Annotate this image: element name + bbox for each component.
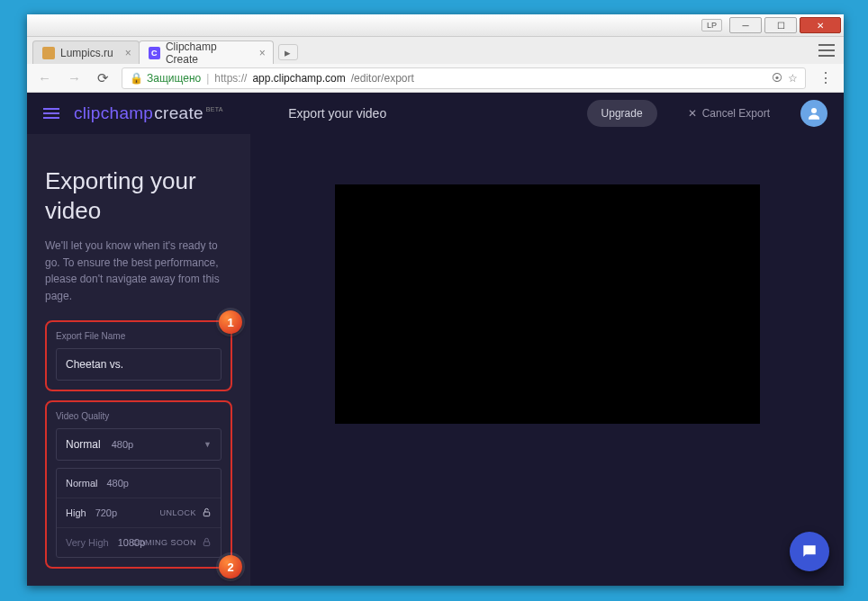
quality-options: Normal 480p High 720p UNLOCK bbox=[56, 468, 222, 558]
chevron-down-icon: ▼ bbox=[203, 440, 212, 449]
reload-button[interactable]: ⟳ bbox=[94, 68, 113, 88]
bookmark-icon[interactable]: ☆ bbox=[788, 72, 798, 85]
secure-badge: 🔒 Защищено bbox=[130, 72, 201, 85]
video-preview bbox=[335, 184, 760, 424]
browser-window: LP ─ ☐ ✕ Lumpics.ru × C Clipchamp Create… bbox=[27, 14, 844, 586]
quality-select[interactable]: Normal 480p ▼ bbox=[56, 428, 222, 461]
favicon-icon: C bbox=[149, 47, 160, 59]
cancel-export-button[interactable]: ✕ Cancel Export bbox=[688, 107, 770, 120]
hamburger-icon[interactable] bbox=[43, 108, 59, 119]
sidebar-description: We'll let you know when it's ready to go… bbox=[45, 238, 232, 304]
browser-tab-lumpics[interactable]: Lumpics.ru × bbox=[32, 40, 140, 64]
chat-button[interactable] bbox=[790, 532, 829, 571]
forward-button[interactable]: → bbox=[64, 68, 85, 87]
translate-icon[interactable]: ⦿ bbox=[772, 72, 782, 85]
app-content: clipchampcreateBETA Export your video Up… bbox=[27, 93, 844, 586]
quality-option-veryhigh: Very High 1080p COMING SOON bbox=[57, 528, 221, 557]
lock-icon bbox=[202, 537, 212, 549]
page-title: Export your video bbox=[103, 106, 573, 121]
upgrade-button[interactable]: Upgrade bbox=[587, 100, 657, 127]
export-sidebar: Exporting your video We'll let you know … bbox=[27, 134, 250, 586]
tab-strip: Lumpics.ru × C Clipchamp Create × ▸ bbox=[27, 37, 844, 64]
option-tag: COMING SOON bbox=[131, 538, 196, 547]
svg-rect-2 bbox=[203, 542, 209, 546]
titlebar-label: LP bbox=[701, 19, 722, 31]
app-header: clipchampcreateBETA Export your video Up… bbox=[27, 93, 844, 134]
url-path: /editor/export bbox=[351, 72, 414, 85]
main-area bbox=[250, 134, 844, 586]
selected-quality-name: Normal bbox=[66, 438, 101, 451]
option-name: Normal bbox=[66, 478, 97, 489]
url-proto: https:// bbox=[214, 72, 247, 85]
chrome-menu-button[interactable]: ⋮ bbox=[815, 69, 836, 86]
filename-input[interactable]: Cheetan vs. bbox=[56, 348, 222, 381]
browser-tab-clipchamp[interactable]: C Clipchamp Create × bbox=[139, 40, 274, 64]
chrome-window-menu-icon[interactable] bbox=[818, 44, 835, 57]
new-tab-button[interactable]: ▸ bbox=[278, 44, 298, 60]
url-input[interactable]: 🔒 Защищено | https://app.clipchamp.com/e… bbox=[122, 67, 806, 89]
secure-text: Защищено bbox=[147, 72, 201, 85]
option-name: Very High bbox=[66, 537, 109, 548]
svg-point-0 bbox=[811, 108, 817, 113]
option-name: High bbox=[66, 507, 86, 518]
close-icon[interactable]: × bbox=[125, 47, 131, 59]
os-titlebar: LP ─ ☐ ✕ bbox=[27, 14, 844, 37]
video-quality-panel: 2 Video Quality Normal 480p ▼ Normal 480… bbox=[45, 400, 232, 569]
filename-label: Export File Name bbox=[56, 331, 222, 341]
option-res: 480p bbox=[106, 478, 128, 489]
favicon-icon bbox=[42, 47, 55, 59]
minimize-button[interactable]: ─ bbox=[729, 17, 762, 33]
close-icon[interactable]: × bbox=[259, 47, 266, 59]
svg-rect-1 bbox=[203, 512, 209, 516]
tab-label: Lumpics.ru bbox=[60, 47, 113, 59]
annotation-badge-2: 2 bbox=[219, 555, 242, 579]
close-button[interactable]: ✕ bbox=[800, 17, 841, 33]
back-button[interactable]: ← bbox=[34, 68, 55, 87]
lock-icon: 🔒 bbox=[130, 72, 143, 85]
selected-quality-res: 480p bbox=[112, 439, 133, 450]
tab-label: Clipchamp Create bbox=[166, 40, 248, 66]
beta-badge: BETA bbox=[206, 106, 223, 112]
cancel-label: Cancel Export bbox=[702, 107, 770, 120]
option-tag: UNLOCK bbox=[159, 508, 196, 517]
lock-icon bbox=[202, 507, 212, 519]
quality-option-high[interactable]: High 720p UNLOCK bbox=[57, 498, 221, 528]
option-res: 720p bbox=[95, 507, 117, 518]
close-icon: ✕ bbox=[688, 107, 697, 120]
sidebar-heading: Exporting your video bbox=[45, 166, 232, 225]
maximize-button[interactable]: ☐ bbox=[764, 17, 797, 33]
url-host: app.clipchamp.com bbox=[252, 72, 345, 85]
annotation-badge-1: 1 bbox=[219, 310, 242, 334]
address-bar: ← → ⟳ 🔒 Защищено | https://app.clipchamp… bbox=[27, 64, 844, 93]
app-body: Exporting your video We'll let you know … bbox=[27, 134, 844, 586]
export-filename-panel: 1 Export File Name Cheetan vs. bbox=[45, 320, 232, 391]
avatar[interactable] bbox=[800, 100, 827, 127]
quality-label: Video Quality bbox=[56, 411, 222, 421]
quality-option-normal[interactable]: Normal 480p bbox=[57, 469, 221, 498]
